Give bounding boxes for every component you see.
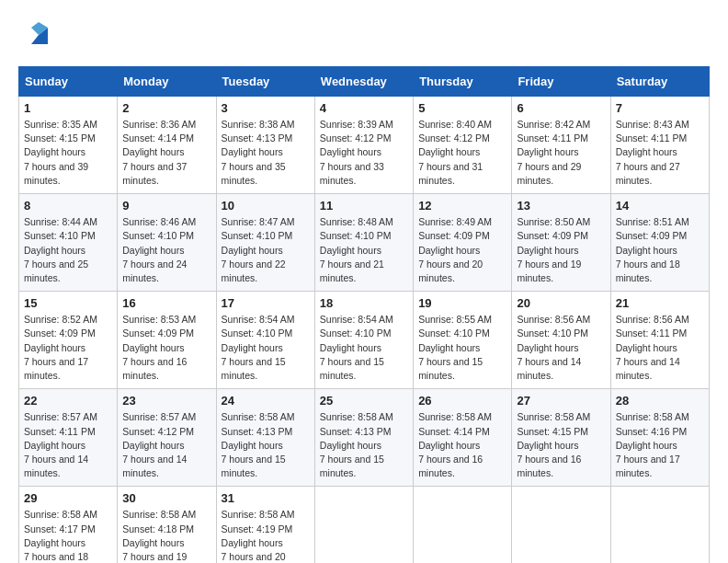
calendar-cell: 12 Sunrise: 8:49 AM Sunset: 4:09 PM Dayl… <box>414 194 512 292</box>
calendar-week-2: 8 Sunrise: 8:44 AM Sunset: 4:10 PM Dayli… <box>19 194 710 292</box>
calendar-cell <box>610 487 709 563</box>
calendar-cell: 16 Sunrise: 8:53 AM Sunset: 4:09 PM Dayl… <box>118 292 216 389</box>
calendar-cell: 24 Sunrise: 8:58 AM Sunset: 4:13 PM Dayl… <box>216 389 314 487</box>
calendar-week-1: 1 Sunrise: 8:35 AM Sunset: 4:15 PM Dayli… <box>19 97 710 194</box>
day-number: 1 <box>24 101 112 115</box>
weekday-header-saturday: Saturday <box>610 67 709 97</box>
day-detail: Sunrise: 8:35 AM Sunset: 4:15 PM Dayligh… <box>24 118 112 188</box>
calendar-cell: 10 Sunrise: 8:47 AM Sunset: 4:10 PM Dayl… <box>216 194 314 292</box>
calendar-cell: 14 Sunrise: 8:51 AM Sunset: 4:09 PM Dayl… <box>610 194 709 292</box>
day-number: 9 <box>122 199 210 213</box>
day-detail: Sunrise: 8:58 AM Sunset: 4:13 PM Dayligh… <box>222 410 310 480</box>
calendar-cell: 6 Sunrise: 8:42 AM Sunset: 4:11 PM Dayli… <box>512 97 610 194</box>
calendar-cell: 29 Sunrise: 8:58 AM Sunset: 4:17 PM Dayl… <box>19 487 118 563</box>
day-detail: Sunrise: 8:39 AM Sunset: 4:12 PM Dayligh… <box>320 118 408 188</box>
day-number: 17 <box>222 296 310 310</box>
calendar-cell: 3 Sunrise: 8:38 AM Sunset: 4:13 PM Dayli… <box>216 97 314 194</box>
day-detail: Sunrise: 8:58 AM Sunset: 4:19 PM Dayligh… <box>222 508 310 563</box>
day-detail: Sunrise: 8:56 AM Sunset: 4:10 PM Dayligh… <box>517 313 605 383</box>
day-detail: Sunrise: 8:58 AM Sunset: 4:15 PM Dayligh… <box>517 410 605 480</box>
day-detail: Sunrise: 8:58 AM Sunset: 4:16 PM Dayligh… <box>616 410 704 480</box>
day-number: 18 <box>320 296 408 310</box>
calendar-week-3: 15 Sunrise: 8:52 AM Sunset: 4:09 PM Dayl… <box>19 292 710 389</box>
day-detail: Sunrise: 8:52 AM Sunset: 4:09 PM Dayligh… <box>24 313 112 383</box>
day-detail: Sunrise: 8:47 AM Sunset: 4:10 PM Dayligh… <box>222 215 310 285</box>
day-detail: Sunrise: 8:44 AM Sunset: 4:10 PM Dayligh… <box>24 215 112 285</box>
day-detail: Sunrise: 8:38 AM Sunset: 4:13 PM Dayligh… <box>222 118 310 188</box>
day-detail: Sunrise: 8:48 AM Sunset: 4:10 PM Dayligh… <box>320 215 408 285</box>
day-detail: Sunrise: 8:55 AM Sunset: 4:10 PM Dayligh… <box>418 313 506 383</box>
day-detail: Sunrise: 8:49 AM Sunset: 4:09 PM Dayligh… <box>418 215 506 285</box>
day-number: 13 <box>517 199 605 213</box>
weekday-header-sunday: Sunday <box>19 67 118 97</box>
day-detail: Sunrise: 8:42 AM Sunset: 4:11 PM Dayligh… <box>517 118 605 188</box>
weekday-header-row: SundayMondayTuesdayWednesdayThursdayFrid… <box>19 67 710 97</box>
day-number: 27 <box>517 394 605 408</box>
calendar-week-4: 22 Sunrise: 8:57 AM Sunset: 4:11 PM Dayl… <box>19 389 710 487</box>
calendar-cell: 17 Sunrise: 8:54 AM Sunset: 4:10 PM Dayl… <box>216 292 314 389</box>
calendar-cell <box>512 487 610 563</box>
calendar-cell: 27 Sunrise: 8:58 AM Sunset: 4:15 PM Dayl… <box>512 389 610 487</box>
calendar-cell: 4 Sunrise: 8:39 AM Sunset: 4:12 PM Dayli… <box>314 97 413 194</box>
calendar-cell: 21 Sunrise: 8:56 AM Sunset: 4:11 PM Dayl… <box>610 292 709 389</box>
calendar-cell <box>414 487 512 563</box>
day-detail: Sunrise: 8:58 AM Sunset: 4:17 PM Dayligh… <box>24 508 112 563</box>
day-detail: Sunrise: 8:54 AM Sunset: 4:10 PM Dayligh… <box>320 313 408 383</box>
page-header <box>18 18 710 52</box>
day-detail: Sunrise: 8:51 AM Sunset: 4:09 PM Dayligh… <box>616 215 704 285</box>
day-detail: Sunrise: 8:53 AM Sunset: 4:09 PM Dayligh… <box>122 313 210 383</box>
day-number: 25 <box>320 394 408 408</box>
calendar-cell: 9 Sunrise: 8:46 AM Sunset: 4:10 PM Dayli… <box>118 194 216 292</box>
day-number: 22 <box>24 394 112 408</box>
calendar-cell: 5 Sunrise: 8:40 AM Sunset: 4:12 PM Dayli… <box>414 97 512 194</box>
day-number: 2 <box>122 101 210 115</box>
calendar-cell: 2 Sunrise: 8:36 AM Sunset: 4:14 PM Dayli… <box>118 97 216 194</box>
day-number: 11 <box>320 199 408 213</box>
day-detail: Sunrise: 8:57 AM Sunset: 4:11 PM Dayligh… <box>24 410 112 480</box>
day-number: 24 <box>222 394 310 408</box>
day-number: 15 <box>24 296 112 310</box>
day-detail: Sunrise: 8:57 AM Sunset: 4:12 PM Dayligh… <box>122 410 210 480</box>
day-number: 21 <box>616 296 704 310</box>
day-detail: Sunrise: 8:58 AM Sunset: 4:13 PM Dayligh… <box>320 410 408 480</box>
day-detail: Sunrise: 8:36 AM Sunset: 4:14 PM Dayligh… <box>122 118 210 188</box>
logo <box>18 18 55 52</box>
calendar-cell: 7 Sunrise: 8:43 AM Sunset: 4:11 PM Dayli… <box>610 97 709 194</box>
day-number: 20 <box>517 296 605 310</box>
day-number: 30 <box>122 491 210 505</box>
day-detail: Sunrise: 8:46 AM Sunset: 4:10 PM Dayligh… <box>122 215 210 285</box>
calendar-cell: 13 Sunrise: 8:50 AM Sunset: 4:09 PM Dayl… <box>512 194 610 292</box>
day-number: 29 <box>24 491 112 505</box>
day-number: 16 <box>122 296 210 310</box>
day-number: 12 <box>418 199 506 213</box>
weekday-header-tuesday: Tuesday <box>216 67 314 97</box>
day-number: 6 <box>517 101 605 115</box>
calendar-cell: 31 Sunrise: 8:58 AM Sunset: 4:19 PM Dayl… <box>216 487 314 563</box>
day-number: 28 <box>616 394 704 408</box>
calendar-table: SundayMondayTuesdayWednesdayThursdayFrid… <box>18 66 710 563</box>
calendar-cell: 28 Sunrise: 8:58 AM Sunset: 4:16 PM Dayl… <box>610 389 709 487</box>
day-number: 3 <box>222 101 310 115</box>
day-number: 8 <box>24 199 112 213</box>
logo-icon <box>22 18 55 52</box>
weekday-header-monday: Monday <box>118 67 216 97</box>
day-number: 19 <box>418 296 506 310</box>
day-number: 4 <box>320 101 408 115</box>
weekday-header-thursday: Thursday <box>414 67 512 97</box>
calendar-cell: 11 Sunrise: 8:48 AM Sunset: 4:10 PM Dayl… <box>314 194 413 292</box>
calendar-cell: 30 Sunrise: 8:58 AM Sunset: 4:18 PM Dayl… <box>118 487 216 563</box>
day-detail: Sunrise: 8:43 AM Sunset: 4:11 PM Dayligh… <box>616 118 704 188</box>
day-number: 10 <box>222 199 310 213</box>
day-detail: Sunrise: 8:58 AM Sunset: 4:14 PM Dayligh… <box>418 410 506 480</box>
calendar-cell: 25 Sunrise: 8:58 AM Sunset: 4:13 PM Dayl… <box>314 389 413 487</box>
day-number: 31 <box>222 491 310 505</box>
calendar-cell: 1 Sunrise: 8:35 AM Sunset: 4:15 PM Dayli… <box>19 97 118 194</box>
day-number: 5 <box>418 101 506 115</box>
calendar-cell: 15 Sunrise: 8:52 AM Sunset: 4:09 PM Dayl… <box>19 292 118 389</box>
calendar-cell: 18 Sunrise: 8:54 AM Sunset: 4:10 PM Dayl… <box>314 292 413 389</box>
day-detail: Sunrise: 8:56 AM Sunset: 4:11 PM Dayligh… <box>616 313 704 383</box>
weekday-header-wednesday: Wednesday <box>314 67 413 97</box>
day-number: 23 <box>122 394 210 408</box>
calendar-cell: 22 Sunrise: 8:57 AM Sunset: 4:11 PM Dayl… <box>19 389 118 487</box>
calendar-cell: 20 Sunrise: 8:56 AM Sunset: 4:10 PM Dayl… <box>512 292 610 389</box>
